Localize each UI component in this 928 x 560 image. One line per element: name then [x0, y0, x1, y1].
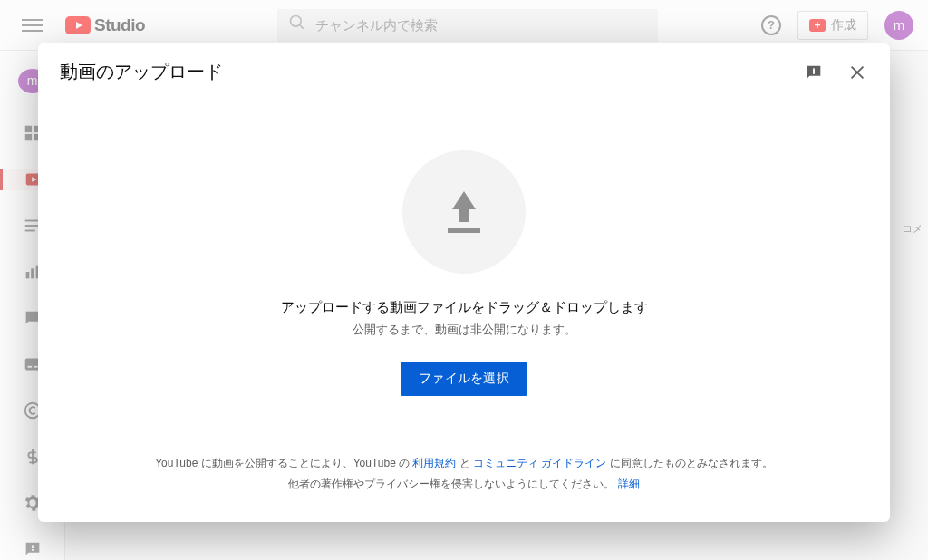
footer-text-1c: に同意したものとみなされます。	[607, 457, 773, 469]
upload-arrow-icon	[452, 191, 476, 222]
footer-text-1a: YouTube に動画を公開することにより、YouTube の	[155, 457, 412, 469]
drop-subtitle: 公開するまで、動画は非公開になります。	[353, 322, 576, 338]
dialog-footer: YouTube に動画を公開することにより、YouTube の 利用規約 と コ…	[38, 453, 890, 522]
dialog-header: 動画のアップロード	[38, 43, 890, 101]
footer-text-1b: と	[456, 457, 473, 469]
footer-text-2: 他者の著作権やプライバシー権を侵害しないようにしてください。	[288, 478, 614, 490]
svg-rect-21	[813, 68, 815, 72]
upload-dialog: 動画のアップロード アップロードする動画ファイルをドラッグ＆ドロップします 公開…	[38, 43, 890, 522]
select-files-button[interactable]: ファイルを選択	[401, 362, 527, 396]
drop-title: アップロードする動画ファイルをドラッグ＆ドロップします	[281, 299, 648, 316]
dialog-title: 動画のアップロード	[60, 60, 803, 84]
dialog-body[interactable]: アップロードする動画ファイルをドラッグ＆ドロップします 公開するまで、動画は非公…	[38, 101, 890, 453]
terms-link[interactable]: 利用規約	[412, 457, 456, 469]
upload-base-icon	[448, 228, 480, 233]
modal-overlay: 動画のアップロード アップロードする動画ファイルをドラッグ＆ドロップします 公開…	[0, 0, 928, 560]
details-link[interactable]: 詳細	[618, 478, 640, 490]
upload-drop-zone[interactable]	[402, 150, 526, 274]
send-feedback-icon[interactable]	[803, 62, 825, 83]
close-icon[interactable]	[846, 62, 868, 83]
svg-rect-22	[813, 72, 815, 74]
guidelines-link[interactable]: コミュニティ ガイドライン	[473, 457, 606, 469]
